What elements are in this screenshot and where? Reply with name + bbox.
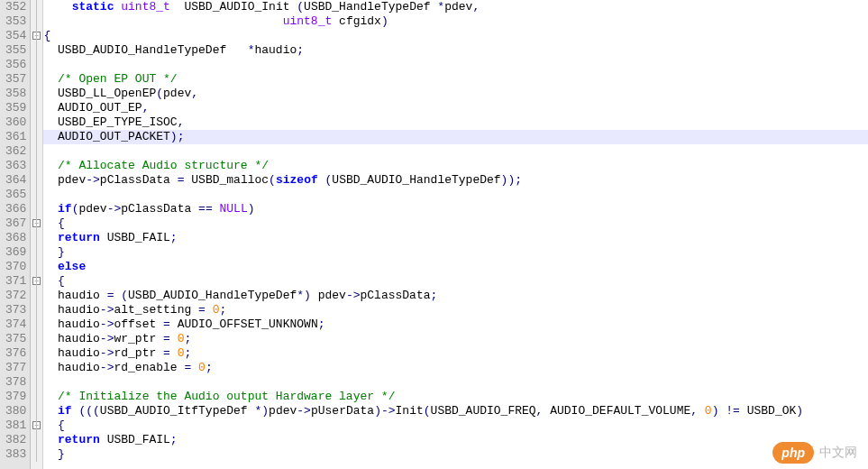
line-number: 365 bbox=[5, 188, 26, 202]
code-line[interactable]: return USBD_FAIL; bbox=[43, 231, 868, 245]
line-number: 379 bbox=[5, 390, 26, 404]
line-number: 370 bbox=[5, 260, 26, 274]
code-line[interactable] bbox=[43, 188, 868, 202]
line-number: 352 bbox=[5, 0, 26, 14]
line-number: 359 bbox=[5, 101, 26, 115]
line-number: 371 bbox=[5, 274, 26, 289]
code-line[interactable]: uint8_t cfgidx) bbox=[43, 14, 868, 29]
code-line[interactable]: haudio->rd_enable = 0; bbox=[43, 361, 868, 375]
fold-guide-line bbox=[36, 0, 37, 462]
code-line[interactable] bbox=[43, 58, 868, 72]
code-line[interactable]: /* Open EP OUT */ bbox=[43, 72, 868, 87]
line-number-gutter: 3523533543553563573583593603613623633643… bbox=[0, 0, 31, 469]
code-editor[interactable]: 3523533543553563573583593603613623633643… bbox=[0, 0, 868, 469]
line-number: 382 bbox=[5, 433, 26, 447]
code-line[interactable]: AUDIO_OUT_PACKET); bbox=[43, 130, 868, 144]
line-number: 369 bbox=[5, 245, 26, 260]
code-line[interactable]: /* Allocate Audio structure */ bbox=[43, 159, 868, 173]
line-number: 380 bbox=[5, 404, 26, 418]
line-number: 355 bbox=[5, 43, 26, 58]
code-line[interactable]: else bbox=[43, 260, 868, 274]
code-line[interactable]: USBD_AUDIO_HandleTypeDef *haudio; bbox=[43, 43, 868, 58]
line-number: 358 bbox=[5, 87, 26, 101]
line-number: 353 bbox=[5, 14, 26, 29]
code-line[interactable]: if (((USBD_AUDIO_ItfTypeDef *)pdev->pUse… bbox=[43, 404, 868, 418]
line-number: 354 bbox=[5, 29, 26, 43]
code-line[interactable]: AUDIO_OUT_EP, bbox=[43, 101, 868, 115]
code-line[interactable]: USBD_EP_TYPE_ISOC, bbox=[43, 115, 868, 130]
line-number: 360 bbox=[5, 115, 26, 130]
line-number: 377 bbox=[5, 361, 26, 375]
line-number: 375 bbox=[5, 332, 26, 346]
line-number: 357 bbox=[5, 72, 26, 87]
line-number: 362 bbox=[5, 144, 26, 159]
code-line[interactable]: } bbox=[43, 245, 868, 260]
code-line[interactable] bbox=[43, 375, 868, 390]
fold-column[interactable]: −−−− bbox=[31, 0, 43, 469]
code-line[interactable] bbox=[43, 144, 868, 159]
code-line[interactable]: { bbox=[43, 274, 868, 289]
line-number: 381 bbox=[5, 418, 26, 433]
code-line[interactable]: haudio->wr_ptr = 0; bbox=[43, 332, 868, 346]
line-number: 368 bbox=[5, 231, 26, 245]
code-line[interactable]: return USBD_FAIL; bbox=[43, 433, 868, 447]
line-number: 383 bbox=[5, 447, 26, 462]
code-line[interactable]: USBD_LL_OpenEP(pdev, bbox=[43, 87, 868, 101]
line-number: 366 bbox=[5, 202, 26, 216]
line-number: 364 bbox=[5, 173, 26, 188]
code-line[interactable]: { bbox=[43, 418, 868, 433]
code-line[interactable]: static uint8_t USBD_AUDIO_Init (USBD_Han… bbox=[43, 0, 868, 14]
code-area[interactable]: static uint8_t USBD_AUDIO_Init (USBD_Han… bbox=[43, 0, 868, 469]
watermark-text: 中文网 bbox=[819, 445, 857, 461]
code-line[interactable]: haudio->rd_ptr = 0; bbox=[43, 346, 868, 361]
watermark-badge: php bbox=[772, 442, 814, 464]
code-line[interactable]: haudio->alt_setting = 0; bbox=[43, 303, 868, 317]
line-number: 363 bbox=[5, 159, 26, 173]
code-line[interactable]: /* Initialize the Audio output Hardware … bbox=[43, 390, 868, 404]
line-number: 373 bbox=[5, 303, 26, 317]
watermark: php 中文网 bbox=[772, 442, 857, 464]
code-line[interactable]: { bbox=[43, 29, 868, 43]
code-line[interactable]: haudio = (USBD_AUDIO_HandleTypeDef*) pde… bbox=[43, 289, 868, 303]
code-line[interactable]: { bbox=[43, 216, 868, 231]
line-number: 356 bbox=[5, 58, 26, 72]
code-line[interactable]: pdev->pClassData = USBD_malloc(sizeof (U… bbox=[43, 173, 868, 188]
line-number: 372 bbox=[5, 289, 26, 303]
line-number: 378 bbox=[5, 375, 26, 390]
line-number: 361 bbox=[5, 130, 26, 144]
line-number: 376 bbox=[5, 346, 26, 361]
line-number: 374 bbox=[5, 317, 26, 332]
code-line[interactable]: } bbox=[43, 447, 868, 462]
code-line[interactable]: haudio->offset = AUDIO_OFFSET_UNKNOWN; bbox=[43, 317, 868, 332]
line-number: 367 bbox=[5, 216, 26, 231]
code-line[interactable]: if(pdev->pClassData == NULL) bbox=[43, 202, 868, 216]
